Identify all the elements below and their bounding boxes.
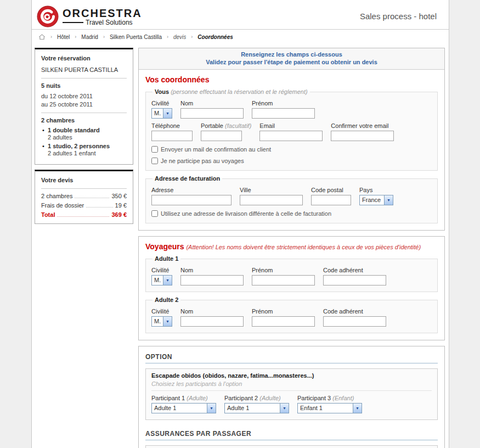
- adresse-label: Adresse: [151, 187, 231, 193]
- option-participant2-select[interactable]: Adulte 1 ▼: [224, 403, 289, 413]
- breadcrumb-item-current: Coordonnées: [197, 34, 233, 40]
- livraison-label: Utilisez une adresse de livraison différ…: [161, 210, 331, 217]
- breadcrumb-item-hotel[interactable]: Hôtel: [57, 34, 70, 40]
- date-to: au 25 octobre 2011: [41, 100, 127, 109]
- code-postal-label: Code postal: [311, 187, 351, 193]
- telephone-label: Téléphone: [151, 122, 193, 129]
- header: ORCHESTRA Travel Solutions Sales process…: [32, 0, 449, 30]
- code-postal-input[interactable]: [311, 195, 351, 205]
- chevron-down-icon: ▼: [207, 404, 216, 413]
- chevron-down-icon: ▼: [353, 404, 362, 413]
- adulte2-code-adherent-input[interactable]: [323, 316, 386, 327]
- voyageurs-warning: (Attention! Les noms doivent être strict…: [186, 244, 421, 250]
- chevron-down-icon: ▼: [163, 317, 172, 326]
- ville-label: Ville: [240, 187, 303, 193]
- coordonnees-box: Renseignez les champs ci-dessous Validez…: [138, 48, 445, 231]
- voyageurs-box: Voyageurs (Attention! Les noms doivent ê…: [138, 236, 445, 340]
- escapade-option: Escapade obidos (obidos, nazare, fatima.…: [145, 368, 438, 420]
- page-title: Sales process - hotel: [360, 12, 437, 21]
- email-input[interactable]: [259, 131, 323, 141]
- breadcrumb-item-madrid[interactable]: Madrid: [81, 34, 98, 40]
- devis-line: Frais de dossier 19 €: [41, 202, 127, 209]
- nom-label: Nom: [180, 100, 244, 107]
- facturation-fieldset: Adresse de facturation Adresse Ville: [145, 175, 438, 223]
- rooms-count: 2 chambres: [41, 117, 127, 124]
- adulte1-nom-input[interactable]: [180, 275, 244, 285]
- chevron-down-icon: ▼: [163, 276, 172, 285]
- adulte2-prenom-input[interactable]: [252, 316, 315, 327]
- option-participant1-select[interactable]: Adulte 1 ▼: [151, 403, 216, 413]
- civilite-label: Civilité: [151, 100, 172, 107]
- vous-fieldset: Vous (personne effectuant la réservation…: [145, 88, 438, 171]
- confirm-email-input[interactable]: [331, 131, 394, 141]
- option-participant3-select[interactable]: Enfant 1 ▼: [297, 403, 362, 413]
- room-item: 1 studio, 2 personnes 2 adultes 1 enfant: [41, 143, 127, 156]
- devis-total: Total 369 €: [41, 211, 127, 218]
- form-notice: Renseignez les champs ci-dessous Validez…: [139, 48, 444, 70]
- chevron-down-icon: ▼: [163, 109, 172, 118]
- page: ORCHESTRA Travel Solutions Sales process…: [31, 0, 449, 448]
- date-from: du 12 octobre 2011: [41, 92, 127, 100]
- not-participating-label: Je ne participe pas au voyages: [161, 158, 244, 164]
- livraison-checkbox[interactable]: [151, 210, 158, 217]
- devis-summary: Votre devis 2 chambres 350 € Frais de do…: [35, 170, 133, 224]
- orchestra-logo-icon: [36, 5, 59, 28]
- sidebar: Votre réservation SILKEN PUERTA CASTILLA…: [35, 48, 133, 448]
- adulte2-fieldset: Adulte 2 Civilité M. ▼ Nom: [145, 296, 438, 333]
- assurance-standard: Assurance standard Choisiez les adhérent…: [145, 445, 438, 448]
- portable-input[interactable]: [201, 131, 242, 141]
- option-hint: Choisiez les participants à l'option: [151, 380, 432, 387]
- telephone-input[interactable]: [151, 131, 193, 141]
- reservation-title: Votre réservation: [41, 55, 127, 61]
- breadcrumb-separator: ›: [50, 34, 52, 40]
- adulte1-fieldset: Adulte 1 Civilité M. ▼ Nom: [145, 255, 438, 292]
- adulte1-code-adherent-input[interactable]: [323, 275, 386, 285]
- room-item: 1 double standard 2 adultes: [41, 127, 127, 141]
- prenom-input[interactable]: [252, 108, 315, 119]
- assurances-heading: ASSURANCES PAR PASSAGER: [145, 429, 438, 440]
- breadcrumb: › Hôtel › Madrid › Silken Puerta Castill…: [32, 30, 449, 43]
- not-participating-checkbox[interactable]: [151, 158, 158, 164]
- ville-input[interactable]: [240, 195, 303, 205]
- pays-select[interactable]: France ▼: [359, 195, 393, 205]
- civilite-select[interactable]: M. ▼: [151, 108, 172, 119]
- breadcrumb-item-hotel-name[interactable]: Silken Puerta Castilla: [110, 34, 162, 40]
- breadcrumb-item-devis[interactable]: devis: [173, 34, 186, 40]
- adulte2-civilite-select[interactable]: M. ▼: [151, 316, 172, 327]
- home-icon[interactable]: [38, 33, 46, 40]
- adulte1-civilite-select[interactable]: M. ▼: [151, 275, 172, 285]
- portable-label: Portable (facultatif): [201, 122, 251, 129]
- send-mail-checkbox[interactable]: [151, 146, 158, 153]
- options-box: OPTION Escapade obidos (obidos, nazare, …: [138, 346, 445, 448]
- devis-line: 2 chambres 350 €: [41, 193, 127, 199]
- voyageurs-heading: Voyageurs (Attention! Les noms doivent ê…: [145, 242, 438, 251]
- email-label: Email: [259, 122, 323, 129]
- logo-dash: [63, 22, 83, 23]
- pays-label: Pays: [359, 187, 393, 193]
- main-form: Renseignez les champs ci-dessous Validez…: [138, 48, 445, 448]
- logo-title: ORCHESTRA: [63, 7, 142, 20]
- adulte2-nom-input[interactable]: [180, 316, 244, 327]
- logo-subtitle: Travel Solutions: [86, 19, 133, 26]
- chevron-down-icon: ▼: [280, 404, 289, 413]
- option-name: Escapade obidos (obidos, nazare, fatima.…: [151, 372, 432, 379]
- reservation-summary: Votre réservation SILKEN PUERTA CASTILLA…: [35, 48, 133, 165]
- send-mail-label: Envoyer un mail de confirmation au clien…: [161, 146, 271, 153]
- chevron-down-icon: ▼: [384, 195, 393, 205]
- logo: ORCHESTRA Travel Solutions: [36, 5, 142, 28]
- adresse-input[interactable]: [151, 195, 231, 205]
- adulte1-prenom-input[interactable]: [252, 275, 315, 285]
- nights-count: 5 nuits: [41, 82, 127, 89]
- option-heading: OPTION: [145, 352, 438, 363]
- confirm-email-label: Confirmer votre email: [331, 122, 394, 129]
- rooms-list: 1 double standard 2 adultes 1 studio, 2 …: [41, 127, 127, 156]
- prenom-label: Prénom: [252, 100, 315, 107]
- devis-title: Votre devis: [41, 177, 127, 183]
- nom-input[interactable]: [180, 108, 244, 119]
- coordonnees-heading: Vos coordonnées: [145, 75, 438, 84]
- hotel-name: SILKEN PUERTA CASTILLA: [41, 66, 127, 73]
